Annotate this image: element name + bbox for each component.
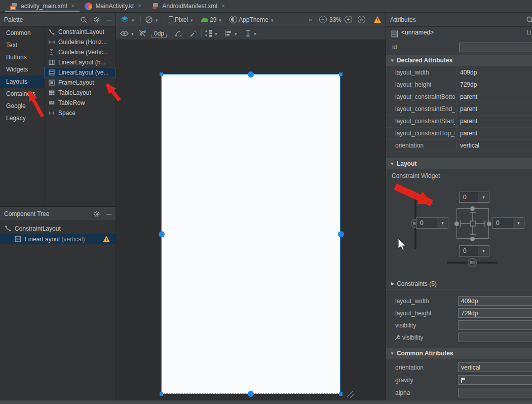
- gear-icon[interactable]: [93, 16, 100, 23]
- default-margin-select[interactable]: 0dp: [151, 26, 167, 40]
- declared-attr-row[interactable]: layout_constraintEnd_tparent: [386, 103, 532, 115]
- declared-attr-row[interactable]: layout_constraintStart_tparent: [386, 115, 532, 127]
- editor-tab-activity_main-xml[interactable]: activity_main.xml: [5, 0, 80, 12]
- attr-value[interactable]: parent: [460, 127, 477, 139]
- toolbar-overflow-icon[interactable]: »: [309, 13, 312, 26]
- search-icon[interactable]: [80, 16, 87, 23]
- close-icon[interactable]: [71, 3, 74, 10]
- attr-value[interactable]: vertical: [460, 139, 479, 152]
- declared-attr-row[interactable]: layout_height729dp: [386, 79, 532, 91]
- margin-top-combo[interactable]: 0: [459, 192, 489, 203]
- canvas-resize-handle[interactable]: [345, 389, 357, 401]
- attr-value[interactable]: parent: [460, 103, 477, 115]
- attr-value[interactable]: 409dp: [460, 66, 477, 79]
- palette-category-text[interactable]: Text: [0, 39, 44, 51]
- autoconnect-toggle[interactable]: [138, 26, 146, 40]
- tree-node-linearlayout[interactable]: LinearLayout(vertical): [0, 234, 116, 244]
- attr-value[interactable]: 729dp: [460, 79, 477, 91]
- visibility-input[interactable]: [458, 320, 532, 330]
- design-mode-select[interactable]: [120, 13, 134, 26]
- editor-tab-mainactivity-kt[interactable]: MainActivity.kt: [80, 0, 146, 12]
- zoom-to-fit-button[interactable]: ⌀: [358, 13, 365, 26]
- widget-anchor-right[interactable]: [487, 222, 491, 226]
- widget-anchor-left[interactable]: [454, 222, 459, 226]
- palette-item-linearlayout-h[interactable]: LinearLayout (h...: [45, 57, 116, 67]
- palette-item-guideline-horiz[interactable]: Guideline (Horiz...: [45, 37, 116, 47]
- declared-attr-row[interactable]: layout_constraintTop_tparent: [386, 127, 532, 139]
- selection-handle-bottom-right[interactable]: [339, 392, 343, 396]
- margin-left-combo[interactable]: 0: [416, 217, 448, 229]
- layout_height-input[interactable]: 729dp: [458, 308, 532, 318]
- margin-value: 0dp: [151, 29, 167, 38]
- palette-item-guideline-vertic[interactable]: Guideline (Vertic...: [45, 47, 116, 57]
- palette-item-space[interactable]: Space: [45, 108, 116, 118]
- pack-select[interactable]: [205, 26, 217, 40]
- constraint-anchor-bottom[interactable]: [248, 391, 254, 397]
- attr-label: layout_height: [395, 307, 431, 319]
- palette-category-containers[interactable]: Containers: [0, 88, 44, 100]
- constraint-anchor-right[interactable]: [338, 231, 344, 237]
- device-select[interactable]: Pixel: [169, 13, 193, 26]
- constraint-widget-box[interactable]: [457, 208, 489, 239]
- close-icon[interactable]: [221, 3, 225, 10]
- warning-icon[interactable]: [103, 236, 110, 242]
- selection-handle-bottom-left[interactable]: [160, 392, 163, 396]
- gear-icon[interactable]: [93, 210, 100, 217]
- zoom-in-button[interactable]: +: [345, 13, 352, 26]
- palette-category-layouts[interactable]: Layouts: [0, 76, 44, 88]
- view-options-select[interactable]: [120, 26, 134, 40]
- selection-handle-top-left[interactable]: [160, 72, 163, 76]
- palette-item-tablelayout[interactable]: TableLayout: [45, 88, 116, 98]
- declared-attr-row[interactable]: layout_constraintBottoparent: [386, 91, 532, 103]
- id-input[interactable]: [459, 43, 532, 52]
- layout-section-header[interactable]: ▼Layout: [386, 158, 532, 169]
- device-screen-canvas[interactable]: [161, 74, 340, 394]
- orientation-input[interactable]: vertical: [458, 362, 532, 372]
- api-select[interactable]: 29: [201, 13, 221, 26]
- gravity-input[interactable]: [458, 375, 532, 385]
- flag-icon[interactable]: [461, 378, 465, 383]
- alpha-input[interactable]: [458, 388, 532, 397]
- palette-item-constraintlayout[interactable]: ConstraintLayout: [45, 27, 116, 37]
- zoom-out-button[interactable]: −: [319, 13, 327, 26]
- infer-constraints-button[interactable]: [189, 26, 198, 40]
- hide-panel-icon[interactable]: [106, 16, 111, 23]
- attr-value[interactable]: parent: [460, 91, 477, 103]
- margin-bottom-combo[interactable]: 0: [459, 245, 489, 256]
- margin-right-combo[interactable]: 0: [492, 217, 524, 229]
- declared-attr-row[interactable]: orientationvertical: [386, 139, 532, 152]
- palette-category-common[interactable]: Common: [0, 27, 44, 39]
- tree-node-constraintlayout[interactable]: ConstraintLayout: [0, 223, 116, 234]
- palette-category-google[interactable]: Google: [0, 100, 44, 112]
- palette-category-legacy[interactable]: Legacy: [0, 112, 44, 124]
- close-icon[interactable]: [138, 3, 141, 10]
- palette-item-linearlayout-ve[interactable]: LinearLayout (ve...: [45, 67, 116, 78]
- widget-anchor-top[interactable]: [470, 206, 475, 211]
- constraint-anchor-left[interactable]: [159, 231, 165, 237]
- clear-constraints-button[interactable]: ✕: [175, 26, 183, 40]
- layout_width-input[interactable]: 409dp: [458, 296, 532, 306]
- constraints-section-header[interactable]: ▶Constraints (5): [386, 278, 532, 289]
- horizontal-bias-value[interactable]: 50: [468, 258, 477, 267]
- palette-category-widgets[interactable]: Widgets: [0, 63, 44, 76]
- search-icon[interactable]: [526, 16, 532, 24]
- selection-handle-top-right[interactable]: [339, 72, 343, 76]
- orientation-select[interactable]: [145, 13, 158, 26]
- editor-tab-androidmanifest-xml[interactable]: AndroidManifest.xml: [146, 0, 230, 12]
- hide-panel-icon[interactable]: [106, 210, 111, 217]
- warnings-button[interactable]: [374, 13, 382, 26]
- common-attributes-section-header[interactable]: ▼Common Attributes: [386, 348, 532, 359]
- align-select[interactable]: [224, 26, 237, 40]
- widget-anchor-bottom[interactable]: [470, 237, 475, 241]
- declared-attributes-section-header[interactable]: ▼Declared Attributes: [386, 55, 532, 66]
- attr-value[interactable]: parent: [460, 115, 477, 127]
- attr-label: visibility: [394, 332, 423, 344]
- theme-select[interactable]: AppTheme: [230, 13, 273, 26]
- visibility-input[interactable]: [458, 333, 532, 342]
- declared-attr-row[interactable]: layout_width409dp: [386, 66, 532, 79]
- constraint-anchor-top[interactable]: [248, 71, 254, 78]
- palette-item-framelayout[interactable]: FrameLayout: [45, 78, 116, 88]
- palette-category-buttons[interactable]: Buttons: [0, 51, 44, 63]
- palette-item-tablerow[interactable]: TableRow: [45, 98, 116, 108]
- guidelines-select[interactable]: [245, 26, 256, 40]
